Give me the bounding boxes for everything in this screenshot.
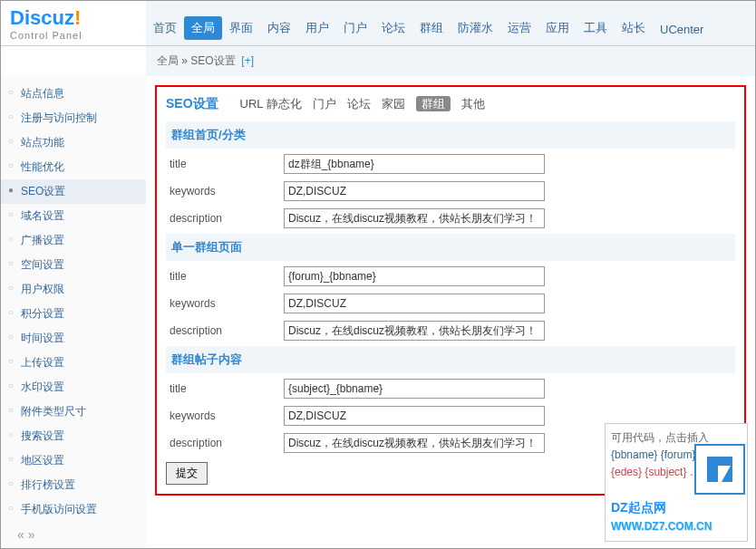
sidebar-item-11[interactable]: 上传设置 [1, 351, 146, 375]
topnav-论坛[interactable]: 论坛 [374, 16, 412, 40]
section-head-2: 群组帖子内容 [166, 346, 735, 373]
topnav-内容[interactable]: 内容 [260, 16, 298, 40]
topnav-首页[interactable]: 首页 [146, 16, 184, 40]
field-label: title [166, 382, 284, 395]
tabs-title: SEO设置 [166, 96, 218, 112]
field-label: description [166, 212, 284, 225]
sidebar-item-9[interactable]: 积分设置 [1, 302, 146, 326]
submit-button[interactable]: 提交 [166, 462, 208, 485]
sidebar-pager[interactable]: « » [1, 522, 146, 547]
field-label: keywords [166, 297, 284, 310]
crumb-plus[interactable]: [+] [241, 54, 254, 67]
title-input[interactable] [284, 379, 545, 399]
code-palette: 可用代码，点击插入 {bbname} {forum} {f {edes} {su… [605, 423, 748, 542]
sidebar: 站点信息注册与访问控制站点功能性能优化SEO设置域名设置广播设置空间设置用户权限… [1, 76, 146, 549]
title-input[interactable] [284, 154, 545, 174]
logo-area: Discuz! Control Panel [1, 1, 146, 45]
topnav-界面[interactable]: 界面 [222, 16, 260, 40]
field-row-0-2: description [166, 205, 735, 232]
field-row-1-2: description [166, 317, 735, 344]
watermark-logo-icon [694, 444, 745, 495]
tabs: SEO设置 URL 静态化门户论坛家园群组其他 [166, 91, 735, 120]
sidebar-item-14[interactable]: 搜索设置 [1, 424, 146, 448]
field-label: keywords [166, 409, 284, 422]
field-row-0-1: keywords [166, 178, 735, 205]
title-input[interactable] [284, 266, 545, 286]
crumb-sep: » [179, 54, 190, 67]
field-label: title [166, 270, 284, 283]
tab-群组[interactable]: 群组 [416, 96, 451, 111]
field-label: title [166, 158, 284, 170]
topnav-全局[interactable]: 全局 [184, 16, 222, 40]
tab-URL 静态化[interactable]: URL 静态化 [240, 97, 302, 111]
crumb-a[interactable]: 全局 [157, 54, 179, 67]
keywords-input[interactable] [284, 181, 545, 201]
section-head-0: 群组首页/分类 [166, 121, 735, 149]
field-label: description [166, 324, 284, 337]
field-row-1-1: keywords [166, 290, 735, 317]
logo: Discuz! [10, 6, 137, 30]
sidebar-item-12[interactable]: 水印设置 [1, 375, 146, 400]
field-label: keywords [166, 185, 284, 197]
topnav-应用[interactable]: 应用 [538, 16, 577, 40]
field-label: description [166, 437, 284, 449]
sidebar-item-15[interactable]: 地区设置 [1, 448, 146, 473]
sidebar-item-10[interactable]: 时间设置 [1, 326, 146, 351]
logo-subtitle: Control Panel [10, 30, 137, 41]
sidebar-item-13[interactable]: 附件类型尺寸 [1, 400, 146, 424]
sidebar-item-17[interactable]: 手机版访问设置 [1, 497, 146, 522]
topnav-运营[interactable]: 运营 [500, 16, 538, 40]
description-input[interactable] [284, 321, 545, 341]
logo-excl: ! [74, 6, 81, 29]
tab-门户[interactable]: 门户 [313, 97, 336, 111]
topnav-门户[interactable]: 门户 [336, 16, 374, 40]
topnav-防灌水[interactable]: 防灌水 [451, 16, 500, 40]
keywords-input[interactable] [284, 406, 545, 426]
field-row-1-0: title [166, 263, 735, 290]
description-input[interactable] [284, 208, 545, 228]
topnav-用户[interactable]: 用户 [298, 16, 336, 40]
crumb-b[interactable]: SEO设置 [190, 54, 235, 67]
sidebar-item-0[interactable]: 站点信息 [1, 82, 146, 106]
keywords-input[interactable] [284, 294, 545, 313]
logo-brand: Discuz [10, 6, 74, 29]
sidebar-item-3[interactable]: 性能优化 [1, 155, 146, 179]
description-input[interactable] [284, 433, 545, 453]
field-row-2-0: title [166, 375, 735, 402]
tab-家园[interactable]: 家园 [382, 97, 405, 111]
sidebar-item-8[interactable]: 用户权限 [1, 277, 146, 302]
sidebar-item-5[interactable]: 域名设置 [1, 204, 146, 228]
topnav-工具[interactable]: 工具 [577, 16, 615, 40]
tab-论坛[interactable]: 论坛 [347, 97, 371, 111]
topnav-群组[interactable]: 群组 [412, 16, 451, 40]
top-nav: 首页全局界面内容用户门户论坛群组防灌水运营应用工具站长UCenter [146, 1, 755, 45]
sidebar-item-1[interactable]: 注册与访问控制 [1, 106, 146, 130]
main-area: SEO设置 URL 静态化门户论坛家园群组其他 群组首页/分类titlekeyw… [146, 76, 755, 549]
topnav-站长[interactable]: 站长 [615, 16, 653, 40]
sidebar-item-6[interactable]: 广播设置 [1, 228, 146, 253]
sidebar-item-4[interactable]: SEO设置 [1, 179, 146, 204]
watermark-url: WWW.DZ7.COM.CN [611, 518, 741, 535]
sidebar-item-7[interactable]: 空间设置 [1, 253, 146, 277]
topnav-UCenter[interactable]: UCenter [653, 19, 711, 40]
sidebar-item-2[interactable]: 站点功能 [1, 130, 146, 155]
breadcrumb: 全局 » SEO设置 [+] [146, 46, 755, 76]
app-header: Discuz! Control Panel 首页全局界面内容用户门户论坛群组防灌… [1, 1, 755, 46]
sidebar-item-16[interactable]: 排行榜设置 [1, 473, 146, 497]
watermark-brand: DZ起点网 [611, 497, 741, 517]
field-row-0-0: title [166, 150, 735, 178]
section-head-1: 单一群组页面 [166, 234, 735, 261]
tab-其他[interactable]: 其他 [461, 97, 485, 111]
